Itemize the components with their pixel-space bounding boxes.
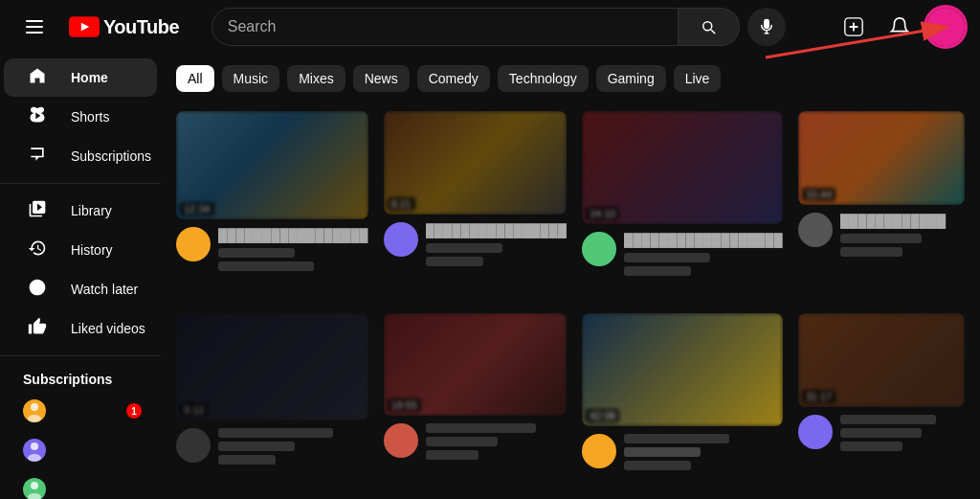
chip-music[interactable]: Music [222, 65, 280, 92]
sidebar-item-liked-videos[interactable]: Liked videos [4, 309, 157, 348]
video-card-4[interactable]: 15:44 ████████████ [798, 111, 965, 298]
sidebar-item-watch-later[interactable]: Watch later [4, 270, 157, 308]
chips-bar: All Music Mixes News Comedy Technology G… [161, 54, 980, 103]
sidebar-item-watch-later-label: Watch later [71, 282, 138, 297]
liked-videos-icon [27, 317, 48, 341]
video-meta-4: ████████████ [840, 213, 965, 257]
video-card-7[interactable]: 42:08 [582, 313, 783, 491]
sidebar-item-history[interactable]: History [4, 231, 157, 269]
sub-avatar-2 [23, 439, 46, 462]
create-icon [843, 16, 864, 37]
sub-avatar-3 [23, 478, 46, 499]
video-meta-5 [218, 428, 368, 465]
video-title-4: ████████████ [840, 213, 965, 230]
sidebar-item-subscriptions[interactable]: Subscriptions [4, 137, 157, 175]
video-info-5 [176, 428, 368, 465]
video-meta-3: ██████████████████ [624, 232, 783, 276]
subscriptions-icon [27, 145, 48, 169]
subscription-item-2[interactable] [4, 431, 157, 469]
video-thumb-3: 24:10 [582, 111, 783, 224]
video-meta-8 [840, 415, 965, 451]
sidebar-item-shorts[interactable]: Shorts [4, 98, 157, 136]
channel-avatar-5 [176, 428, 211, 463]
search-icon [700, 18, 717, 35]
video-title-1: █████████████████ [218, 227, 368, 244]
mic-icon [758, 18, 775, 35]
chip-gaming[interactable]: Gaming [596, 65, 666, 92]
chip-comedy[interactable]: Comedy [417, 65, 490, 92]
sub-avatar-1 [23, 399, 46, 422]
channel-avatar-8 [798, 415, 833, 449]
subscription-item-1[interactable]: 1 [4, 392, 157, 430]
video-channel-1 [218, 248, 295, 258]
video-card-1[interactable]: 12:34 █████████████████ [176, 111, 368, 298]
sidebar-item-library[interactable]: Library [4, 192, 157, 230]
video-info-6 [384, 423, 567, 460]
video-info-3: ██████████████████ [582, 232, 783, 276]
sidebar-item-subscriptions-label: Subscriptions [71, 148, 151, 164]
notification-button[interactable] [880, 8, 919, 46]
header-left: YouTube [15, 8, 179, 46]
avatar-button[interactable] [926, 8, 965, 46]
video-thumb-7: 42:08 [582, 313, 783, 426]
video-thumb-6: 18:55 [384, 313, 567, 417]
body-layout: Home Shorts Subscriptions Library His [0, 54, 980, 499]
video-thumb-4: 15:44 [798, 111, 965, 205]
youtube-logo[interactable]: YouTube [69, 16, 179, 38]
video-meta-7 [624, 434, 783, 470]
channel-avatar-2 [384, 222, 418, 257]
home-icon [27, 66, 48, 90]
sidebar-item-library-label: Library [71, 203, 112, 218]
subscription-item-3[interactable] [4, 470, 157, 499]
channel-avatar-4 [798, 213, 833, 247]
main-content: All Music Mixes News Comedy Technology G… [161, 54, 980, 499]
video-card-5[interactable]: 5:12 [176, 313, 368, 491]
youtube-logo-icon [69, 16, 100, 37]
svg-point-12 [31, 442, 38, 450]
video-meta-1: █████████████████ [218, 227, 368, 271]
svg-rect-0 [26, 20, 43, 22]
sidebar-item-history-label: History [71, 242, 113, 258]
subscriptions-section-title: Subscriptions [0, 364, 161, 391]
menu-button[interactable] [15, 8, 54, 46]
shorts-icon [27, 105, 48, 129]
header-right [835, 8, 965, 46]
svg-point-14 [31, 482, 38, 489]
video-thumb-5: 5:12 [176, 313, 368, 421]
video-card-3[interactable]: 24:10 ██████████████████ [582, 111, 783, 298]
sidebar-item-home[interactable]: Home [4, 58, 157, 97]
video-info-4: ████████████ [798, 213, 965, 257]
sidebar-item-home-label: Home [71, 70, 108, 85]
watch-later-icon [27, 278, 48, 302]
sidebar-divider-2 [0, 355, 161, 356]
history-icon [27, 238, 48, 262]
video-info-7 [582, 434, 783, 470]
search-input[interactable] [228, 18, 662, 35]
create-button[interactable] [835, 8, 873, 46]
svg-point-10 [31, 403, 38, 411]
sidebar: Home Shorts Subscriptions Library His [0, 54, 161, 499]
notification-icon [889, 16, 910, 37]
video-card-6[interactable]: 18:55 [384, 313, 567, 491]
channel-avatar-6 [384, 423, 418, 458]
svg-point-11 [28, 415, 41, 422]
svg-point-13 [28, 454, 41, 462]
chip-all[interactable]: All [176, 65, 214, 92]
search-button[interactable] [679, 8, 740, 46]
chip-tech[interactable]: Technology [498, 65, 589, 92]
chip-mixes[interactable]: Mixes [287, 65, 345, 92]
video-grid: 12:34 █████████████████ 8:21 [161, 103, 980, 499]
svg-point-15 [28, 493, 41, 499]
video-card-2[interactable]: 8:21 ████████████████ [384, 111, 567, 298]
search-input-wrapper [212, 8, 679, 46]
sidebar-item-shorts-label: Shorts [71, 109, 109, 125]
sub-badge-1: 1 [126, 403, 142, 419]
mic-button[interactable] [747, 8, 786, 46]
channel-avatar-3 [582, 232, 616, 266]
video-info-8 [798, 415, 965, 451]
chip-news[interactable]: News [353, 65, 410, 92]
chip-live[interactable]: Live [674, 65, 722, 92]
video-thumb-8: 31:17 [798, 313, 965, 407]
video-thumb-1: 12:34 [176, 111, 368, 219]
video-card-8[interactable]: 31:17 [798, 313, 965, 491]
